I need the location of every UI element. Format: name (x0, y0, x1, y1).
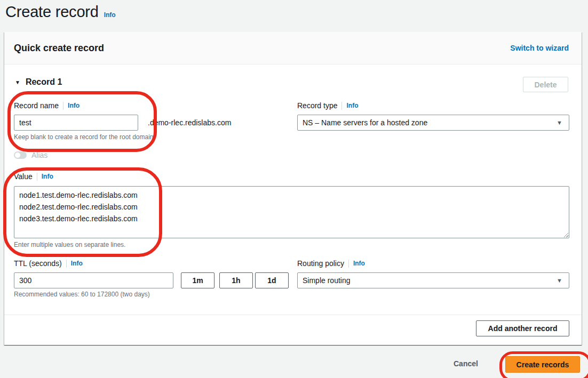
create-records-button[interactable]: Create records (505, 356, 580, 373)
label-divider (341, 102, 342, 110)
ttl-hint: Recommended values: 60 to 172800 (two da… (14, 291, 150, 298)
value-label: Value (14, 172, 33, 181)
page-title: Create record (5, 3, 99, 21)
alias-toggle-row: Alias (14, 151, 47, 159)
panel-header: Quick create record Switch to wizard (4, 32, 582, 65)
add-another-record-button[interactable]: Add another record (476, 320, 569, 336)
cancel-button[interactable]: Cancel (454, 359, 478, 368)
quick-create-panel: Quick create record Switch to wizard ▼ R… (4, 32, 582, 345)
toggle-knob (15, 152, 20, 158)
chevron-down-icon: ▼ (557, 119, 562, 126)
section-divider (4, 315, 582, 315)
record-name-hint: Keep blank to create a record for the ro… (14, 133, 155, 141)
routing-policy-label-row: Routing policy Info (297, 259, 365, 268)
label-divider (63, 102, 63, 110)
ttl-info-link[interactable]: Info (71, 260, 83, 267)
alias-label: Alias (31, 151, 47, 159)
ttl-input[interactable] (14, 272, 173, 288)
record-name-label-row: Record name Info (14, 101, 80, 110)
record-section-label: Record 1 (26, 77, 62, 87)
record-type-label: Record type (297, 101, 337, 110)
record-type-select[interactable]: NS – Name servers for a hosted zone ▼ (297, 115, 569, 131)
record-type-info-link[interactable]: Info (346, 102, 358, 109)
routing-policy-select[interactable]: Simple routing ▼ (297, 272, 569, 288)
value-textarea-wrap: node1.test.demo-rlec.redislabs.com node2… (14, 186, 569, 238)
value-info-link[interactable]: Info (42, 173, 53, 180)
record-name-info-link[interactable]: Info (68, 102, 80, 109)
record-name-input[interactable] (14, 115, 138, 131)
record-section-header[interactable]: ▼ Record 1 (15, 77, 62, 87)
delete-record-button[interactable]: Delete (523, 77, 568, 92)
panel-title: Quick create record (14, 43, 104, 54)
value-hint: Enter multiple values on separate lines. (14, 241, 125, 248)
ttl-preset-1d-button[interactable]: 1d (255, 272, 289, 288)
chevron-down-icon: ▼ (557, 277, 562, 284)
record-type-label-row: Record type Info (297, 101, 358, 110)
page-header: Create record Info (5, 3, 116, 21)
value-label-row: Value Info (14, 172, 53, 181)
label-divider (348, 260, 349, 268)
alias-toggle[interactable] (14, 151, 27, 159)
record-type-selected-value: NS – Name servers for a hosted zone (303, 118, 427, 127)
ttl-preset-1h-button[interactable]: 1h (219, 272, 253, 288)
ttl-preset-1m-button[interactable]: 1m (181, 272, 214, 288)
domain-suffix: .demo-rlec.redislabs.com (148, 115, 231, 131)
ttl-label-row: TTL (seconds) Info (14, 259, 83, 268)
value-textarea[interactable]: node1.test.demo-rlec.redislabs.com node2… (14, 186, 569, 238)
label-divider (37, 173, 37, 181)
collapse-triangle-icon: ▼ (15, 79, 20, 85)
page-info-link[interactable]: Info (104, 11, 116, 19)
routing-policy-info-link[interactable]: Info (353, 260, 365, 267)
label-divider (66, 260, 67, 268)
ttl-label: TTL (seconds) (14, 259, 62, 268)
switch-to-wizard-link[interactable]: Switch to wizard (510, 44, 569, 52)
record-name-label: Record name (14, 101, 59, 110)
routing-policy-label: Routing policy (297, 259, 344, 268)
routing-policy-selected-value: Simple routing (303, 276, 351, 285)
